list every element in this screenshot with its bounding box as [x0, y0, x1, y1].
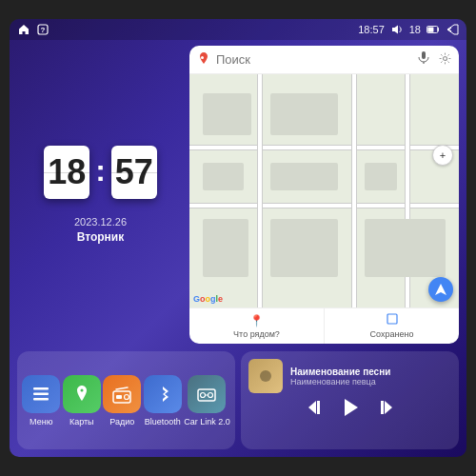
- map-saved-button[interactable]: Сохранено: [325, 308, 459, 344]
- map-pin-icon: [197, 51, 210, 68]
- svg-point-16: [208, 392, 213, 397]
- day-text: Вторник: [74, 230, 127, 244]
- map-road: [257, 74, 263, 307]
- svg-point-13: [125, 394, 129, 399]
- svg-rect-8: [33, 387, 49, 390]
- date-text: 2023.12.26: [74, 214, 127, 230]
- map-area[interactable]: Google +: [189, 74, 459, 307]
- carlink-app-icon: [188, 375, 226, 413]
- bluetooth-app-icon: [144, 375, 182, 413]
- bottom-area: Меню Карты: [10, 347, 466, 457]
- map-block: [270, 219, 338, 277]
- carlink-app-label: Car Link 2.0: [184, 417, 230, 426]
- back-icon[interactable]: [446, 23, 459, 36]
- date-info: 2023.12.26 Вторник: [74, 214, 127, 244]
- map-block: [203, 219, 248, 277]
- google-logo: Google: [193, 294, 223, 304]
- saved-label: Сохранено: [370, 329, 414, 339]
- battery-icon: [426, 23, 440, 36]
- prev-button[interactable]: [307, 399, 325, 416]
- battery-level: 18: [409, 24, 421, 35]
- device-frame: ? 18:57 18: [10, 19, 466, 457]
- radio-app-label: Радио: [109, 417, 134, 426]
- app-menu[interactable]: Меню: [22, 375, 60, 426]
- svg-marker-21: [385, 401, 392, 414]
- map-zoom-button[interactable]: +: [432, 145, 453, 166]
- status-time: 18:57: [358, 24, 385, 35]
- main-content: 18 : 57 2023.12.26 Вторник: [10, 40, 466, 347]
- question-icon: ?: [36, 23, 50, 36]
- music-panel: Наименование песни Наименование певца: [241, 351, 459, 449]
- status-bar-left-icons: ?: [17, 23, 50, 36]
- music-info: Наименование песни Наименование певца: [290, 367, 451, 387]
- maps-app-icon: [63, 375, 101, 413]
- menu-app-icon: [22, 375, 60, 413]
- map-block: [365, 219, 446, 277]
- svg-rect-19: [317, 401, 320, 414]
- svg-point-6: [444, 56, 447, 60]
- svg-marker-18: [308, 401, 316, 414]
- app-carlink[interactable]: Car Link 2.0: [184, 375, 230, 426]
- music-artist: Наименование певца: [290, 377, 451, 387]
- settings-icon[interactable]: [439, 52, 451, 68]
- svg-point-15: [201, 392, 206, 397]
- map-block: [365, 163, 397, 190]
- svg-text:?: ?: [41, 26, 46, 34]
- apps-panel: Меню Карты: [17, 351, 235, 449]
- nearby-icon: 📍: [249, 314, 264, 327]
- maps-app-label: Карты: [69, 417, 94, 426]
- next-button[interactable]: [376, 399, 393, 416]
- map-block: [270, 163, 338, 190]
- map-nearby-button[interactable]: 📍 Что рядом?: [189, 308, 325, 344]
- music-top: Наименование песни Наименование певца: [248, 359, 451, 393]
- clock-panel: 18 : 57 2023.12.26 Вторник: [17, 46, 184, 344]
- map-background: Google +: [189, 74, 459, 307]
- music-controls: [248, 397, 451, 418]
- bluetooth-app-label: Bluetooth: [145, 417, 181, 426]
- music-title: Наименование песни: [290, 367, 451, 377]
- svg-rect-22: [381, 401, 384, 414]
- map-panel: Google + 📍 Что рядом?: [189, 46, 459, 344]
- map-block: [203, 163, 243, 190]
- map-road: [189, 203, 459, 208]
- map-block: [270, 93, 338, 135]
- svg-rect-10: [33, 398, 49, 401]
- map-block: [203, 93, 251, 135]
- clock-separator: :: [95, 153, 106, 188]
- map-navigate-button[interactable]: [428, 277, 453, 302]
- map-search-input[interactable]: [216, 52, 412, 67]
- svg-rect-12: [116, 395, 122, 399]
- saved-icon: [387, 313, 398, 327]
- album-art: [248, 359, 283, 393]
- map-bottom-bar: 📍 Что рядом? Сохранено: [189, 307, 459, 344]
- clock-minutes: 57: [111, 146, 157, 199]
- mic-icon: [418, 51, 429, 68]
- home-icon: [17, 23, 30, 36]
- svg-rect-4: [422, 51, 426, 59]
- menu-app-label: Меню: [30, 417, 52, 426]
- svg-rect-7: [387, 314, 397, 324]
- svg-rect-3: [427, 27, 433, 31]
- svg-rect-9: [33, 392, 49, 395]
- app-bluetooth[interactable]: Bluetooth: [144, 375, 182, 426]
- flip-clock: 18 : 57: [44, 146, 157, 199]
- radio-app-icon: [103, 375, 141, 413]
- map-road: [189, 145, 459, 150]
- status-bar: ? 18:57 18: [10, 19, 466, 40]
- app-radio[interactable]: Радио: [103, 375, 141, 426]
- nearby-label: Что рядом?: [233, 329, 280, 339]
- app-maps[interactable]: Карты: [63, 375, 101, 426]
- clock-hours: 18: [44, 146, 89, 199]
- map-road: [351, 74, 357, 307]
- volume-icon: [390, 23, 404, 36]
- svg-marker-20: [345, 399, 358, 416]
- play-button[interactable]: [340, 397, 361, 418]
- map-search-bar: [189, 46, 459, 74]
